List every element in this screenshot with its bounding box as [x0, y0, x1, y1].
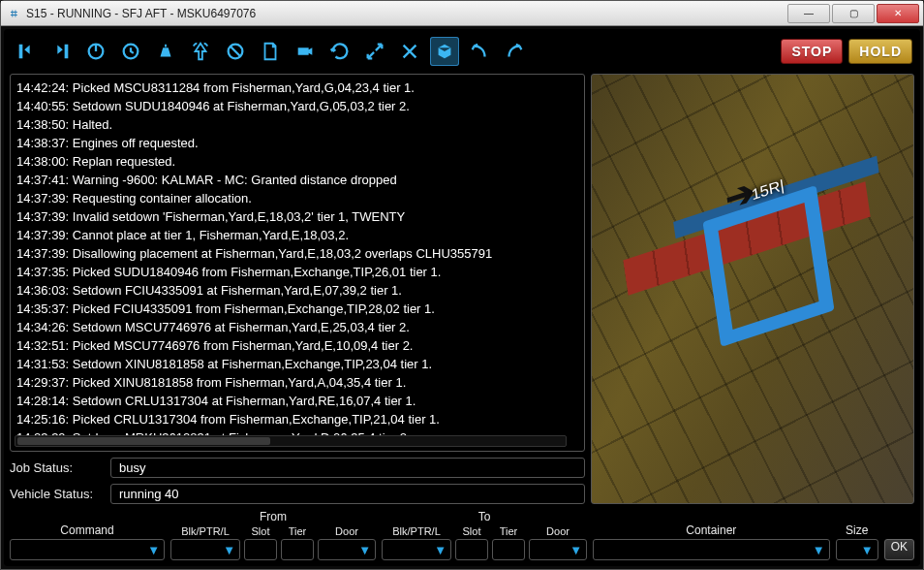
main-row: 14:42:24: Picked MSCU8311284 from Fisher… — [10, 74, 914, 504]
maximize-button[interactable]: ▢ — [832, 4, 875, 23]
crane-graphic: ➔ 15R| — [688, 172, 849, 361]
to-label: To — [478, 510, 491, 523]
expand-icon[interactable] — [360, 37, 389, 66]
window-title: S15 - RUNNING - SFJ AFT - MSKU6497076 — [26, 7, 785, 20]
size-select[interactable]: ▼ — [836, 539, 878, 560]
from-tier-label: Tier — [281, 525, 314, 537]
to-tier-label: Tier — [492, 525, 525, 537]
log-line: 14:35:37: Picked FCIU4335091 from Fisher… — [16, 300, 578, 318]
container-label: Container — [686, 523, 736, 537]
log-line: 14:25:16: Picked CRLU1317304 from Fisher… — [16, 410, 578, 428]
hold-button[interactable]: HOLD — [848, 39, 912, 64]
from-slot-label: Slot — [244, 525, 277, 537]
from-tier-select[interactable] — [281, 539, 314, 560]
to-blk-label: Blk/PTR/L — [382, 525, 451, 537]
log-line: 14:31:53: Setdown XINU8181858 at Fisherm… — [16, 355, 578, 373]
log-line: 14:37:39: Cannot place at tier 1, Fisher… — [16, 226, 578, 244]
from-slot-select[interactable] — [244, 539, 277, 560]
to-slot-select[interactable] — [455, 539, 488, 560]
document-icon[interactable] — [256, 37, 285, 66]
action-buttons: STOP HOLD — [781, 39, 912, 64]
size-label: Size — [846, 523, 868, 537]
app-icon: ⌗ — [7, 7, 20, 20]
to-slot-label: Slot — [455, 525, 488, 537]
log-line: 14:38:50: Halted. — [16, 115, 578, 134]
to-door-label: Door — [529, 525, 587, 537]
app-window: ⌗ S15 - RUNNING - SFJ AFT - MSKU6497076 … — [0, 0, 924, 570]
log-line: 14:37:35: Picked SUDU1840946 from Fisher… — [16, 263, 578, 281]
status-pane: Job Status: busy Vehicle Status: running… — [10, 452, 585, 504]
toolbar: STOP HOLD — [10, 35, 914, 68]
log-line: 14:29:37: Picked XINU8181858 from Fisher… — [16, 373, 578, 392]
app-body: STOP HOLD 14:42:24: Picked MSCU8311284 f… — [4, 29, 920, 566]
log-line: 14:37:39: Invalid setdown 'Fisherman,Yar… — [16, 207, 578, 226]
command-bar: Command ▼ From Blk/PTR/L Slot Tier Door … — [10, 510, 914, 560]
power-off-icon[interactable] — [81, 37, 110, 66]
light-icon[interactable] — [151, 37, 180, 66]
from-blk-select[interactable]: ▼ — [170, 539, 240, 560]
log-line: 14:40:55: Setdown SUDU1840946 at Fisherm… — [16, 97, 578, 115]
from-blk-label: Blk/PTR/L — [170, 525, 240, 537]
log-line: 14:37:39: Requesting container allocatio… — [16, 189, 578, 207]
tools-icon[interactable] — [395, 37, 424, 66]
ok-button[interactable]: OK — [884, 539, 914, 560]
vehicle-status-label: Vehicle Status: — [10, 487, 103, 501]
from-door-label: Door — [318, 525, 376, 537]
log-line: 14:38:37: Engines off requested. — [16, 134, 578, 152]
log-line: 14:28:14: Setdown CRLU1317304 at Fisherm… — [16, 392, 578, 410]
log-line: 14:37:39: Disallowing placement at Fishe… — [16, 244, 578, 263]
command-label: Command — [60, 523, 113, 537]
from-label: From — [260, 510, 287, 523]
close-button[interactable]: ✕ — [877, 4, 919, 23]
window-buttons: — ▢ ✕ — [785, 2, 921, 25]
vehicle-status-value: running 40 — [110, 484, 585, 504]
log-line: 14:34:26: Setdown MSCU7746976 at Fisherm… — [16, 318, 578, 336]
to-tier-select[interactable] — [492, 539, 525, 560]
dock-left-icon[interactable] — [12, 37, 41, 66]
log-column: 14:42:24: Picked MSCU8311284 from Fisher… — [10, 74, 585, 504]
curve-right-icon[interactable] — [500, 37, 529, 66]
log-line: 14:37:41: Warning -9600: KALMAR - MC: Gr… — [16, 171, 578, 189]
log-line: 14:32:51: Picked MSCU7746976 from Fisher… — [16, 336, 578, 355]
to-door-select[interactable]: ▼ — [529, 539, 587, 560]
container-select[interactable]: ▼ — [593, 539, 830, 560]
command-select[interactable]: ▼ — [10, 539, 165, 560]
curve-left-icon[interactable] — [465, 37, 494, 66]
log-line: 14:42:24: Picked MSCU8311284 from Fisher… — [16, 79, 578, 97]
minimize-button[interactable]: — — [787, 4, 830, 23]
log-line: 14:36:03: Setdown FCIU4335091 at Fisherm… — [16, 281, 578, 300]
refresh-icon[interactable] — [325, 37, 354, 66]
event-log[interactable]: 14:42:24: Picked MSCU8311284 from Fisher… — [10, 74, 585, 452]
to-blk-select[interactable]: ▼ — [382, 539, 451, 560]
cube-icon[interactable] — [430, 37, 459, 66]
camera-icon[interactable] — [291, 37, 320, 66]
titlebar[interactable]: ⌗ S15 - RUNNING - SFJ AFT - MSKU6497076 … — [1, 1, 923, 26]
antenna-icon[interactable] — [186, 37, 215, 66]
stop-button[interactable]: STOP — [781, 39, 843, 64]
job-status-label: Job Status: — [10, 460, 103, 475]
dock-right-icon[interactable] — [46, 37, 76, 66]
from-door-select[interactable]: ▼ — [318, 539, 376, 560]
log-line: 14:38:00: Replan requested. — [16, 152, 578, 171]
log-h-scrollbar[interactable] — [15, 435, 567, 447]
yard-3d-view[interactable]: ➔ 15R| — [591, 74, 914, 504]
power-on-icon[interactable] — [116, 37, 145, 66]
svg-line-4 — [231, 47, 241, 57]
block-icon[interactable] — [221, 37, 250, 66]
job-status-value: busy — [110, 458, 585, 478]
